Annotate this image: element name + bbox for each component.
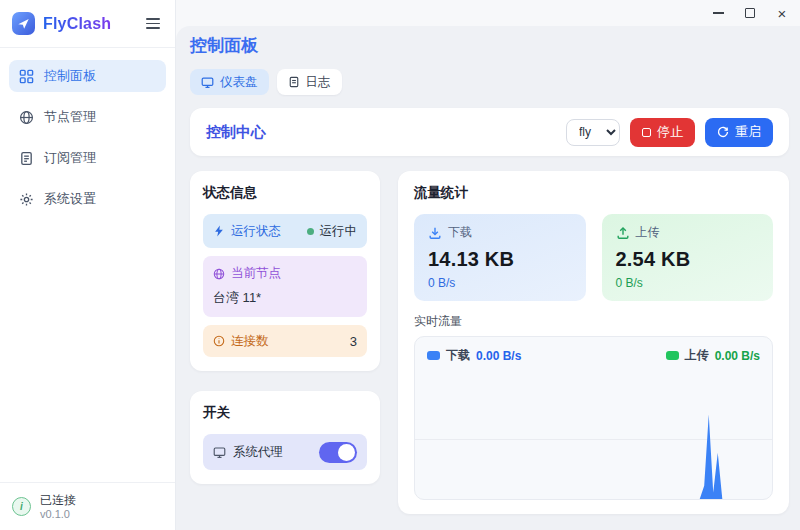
profile-select[interactable]: fly — [566, 119, 620, 146]
connected-info-icon: i — [12, 497, 31, 516]
info-icon — [213, 335, 225, 347]
upload-icon — [616, 226, 630, 240]
download-swatch-icon — [427, 351, 440, 360]
legend-download: 下载 0.00 B/s — [427, 347, 521, 364]
connections-row: 连接数 3 — [203, 325, 367, 357]
tab-logs[interactable]: 日志 — [277, 69, 342, 95]
window-titlebar: × — [176, 0, 800, 26]
app-logo — [12, 12, 35, 35]
legend-upload: 上传 0.00 B/s — [666, 347, 760, 364]
system-proxy-row: 系统代理 — [203, 434, 367, 470]
sidebar-item-subscriptions[interactable]: 订阅管理 — [9, 142, 166, 174]
tab-label: 日志 — [306, 74, 331, 91]
connection-status: i 已连接 v0.1.0 — [0, 482, 175, 530]
current-node-row: 当前节点 台湾 11* — [203, 256, 367, 317]
minimize-icon — [713, 12, 724, 13]
sidebar-item-label: 节点管理 — [44, 108, 96, 126]
system-proxy-toggle[interactable] — [319, 442, 357, 463]
upload-total: 2.54 KB — [616, 248, 760, 271]
sidebar-item-nodes[interactable]: 节点管理 — [9, 101, 166, 133]
restart-button[interactable]: 重启 — [705, 118, 773, 147]
upload-label: 上传 — [636, 224, 660, 241]
subscription-icon — [19, 151, 34, 166]
sidebar-item-label: 系统设置 — [44, 190, 96, 208]
realtime-traffic-label: 实时流量 — [414, 313, 773, 330]
run-state-value: 运行中 — [320, 223, 358, 240]
toggle-knob — [338, 444, 355, 461]
current-node-value: 台湾 11* — [213, 289, 357, 307]
download-label: 下载 — [448, 224, 472, 241]
realtime-chart-svg — [415, 367, 772, 499]
lightning-icon — [213, 225, 225, 237]
connections-value: 3 — [350, 334, 357, 349]
dashboard-icon — [201, 76, 214, 89]
gear-icon — [19, 192, 34, 207]
status-card-title: 状态信息 — [203, 184, 367, 202]
restart-icon — [717, 126, 729, 138]
control-center-card: 控制中心 fly 停止 重启 — [190, 108, 789, 156]
realtime-traffic-chart: 下载 0.00 B/s 上传 0.00 B/s — [414, 336, 773, 500]
view-tabs: 仪表盘 日志 — [190, 69, 789, 95]
download-total: 14.13 KB — [428, 248, 572, 271]
switches-card-title: 开关 — [203, 404, 367, 422]
brand-name: FlyClash — [43, 15, 111, 33]
switches-card: 开关 系统代理 — [190, 391, 380, 484]
control-center-title: 控制中心 — [206, 123, 266, 142]
close-icon: × — [778, 6, 787, 21]
paper-plane-icon — [17, 17, 30, 30]
sidebar-item-dashboard[interactable]: 控制面板 — [9, 60, 166, 92]
restart-button-label: 重启 — [735, 123, 761, 141]
content-surface: 控制面板 仪表盘 日志 控制中心 — [176, 26, 800, 530]
upload-speed: 0 B/s — [616, 276, 760, 290]
legend-upload-label: 上传 — [685, 347, 709, 364]
stop-button[interactable]: 停止 — [630, 118, 695, 147]
hamburger-menu-icon[interactable] — [143, 15, 163, 32]
window-maximize-button[interactable] — [734, 1, 766, 25]
sidebar-item-label: 控制面板 — [44, 67, 96, 85]
log-icon — [288, 76, 300, 88]
grid-icon — [19, 69, 34, 84]
status-info-card: 状态信息 运行状态 运行中 — [190, 171, 380, 371]
running-dot-icon — [307, 228, 314, 235]
maximize-icon — [745, 8, 755, 18]
current-node-label: 当前节点 — [231, 265, 281, 282]
app-version: v0.1.0 — [40, 508, 76, 520]
run-state-row: 运行状态 运行中 — [203, 214, 367, 248]
system-proxy-label: 系统代理 — [233, 444, 283, 461]
upload-swatch-icon — [666, 351, 679, 360]
window-close-button[interactable]: × — [766, 1, 798, 25]
tab-label: 仪表盘 — [220, 74, 258, 91]
sidebar-menu: 控制面板 节点管理 订阅管理 系统设置 — [0, 48, 175, 227]
sidebar: FlyClash 控制面板 节点管理 订阅管理 — [0, 0, 176, 530]
download-icon — [428, 226, 442, 240]
sidebar-item-settings[interactable]: 系统设置 — [9, 183, 166, 215]
legend-upload-value: 0.00 B/s — [715, 349, 760, 363]
window-minimize-button[interactable] — [702, 1, 734, 25]
monitor-icon — [213, 446, 226, 459]
sidebar-header: FlyClash — [0, 0, 175, 48]
sidebar-item-label: 订阅管理 — [44, 149, 96, 167]
legend-download-value: 0.00 B/s — [476, 349, 521, 363]
node-globe-icon — [213, 268, 225, 280]
chart-legend: 下载 0.00 B/s 上传 0.00 B/s — [427, 347, 760, 364]
download-stat-box: 下载 14.13 KB 0 B/s — [414, 214, 586, 301]
traffic-card-title: 流量统计 — [414, 184, 773, 202]
app-window: FlyClash 控制面板 节点管理 订阅管理 — [0, 0, 800, 530]
connections-label: 连接数 — [231, 333, 269, 350]
globe-icon — [19, 110, 34, 125]
legend-download-label: 下载 — [446, 347, 470, 364]
page-title: 控制面板 — [190, 34, 789, 57]
tab-dashboard[interactable]: 仪表盘 — [190, 69, 269, 95]
download-speed: 0 B/s — [428, 276, 572, 290]
main-area: × 控制面板 仪表盘 日志 控制中心 — [176, 0, 800, 530]
upload-stat-box: 上传 2.54 KB 0 B/s — [602, 214, 774, 301]
traffic-stats-card: 流量统计 下载 14.13 KB 0 B/s — [398, 171, 789, 514]
run-state-label: 运行状态 — [231, 223, 281, 240]
connection-label: 已连接 — [40, 493, 76, 508]
stop-icon — [642, 128, 651, 137]
stop-button-label: 停止 — [657, 123, 683, 141]
